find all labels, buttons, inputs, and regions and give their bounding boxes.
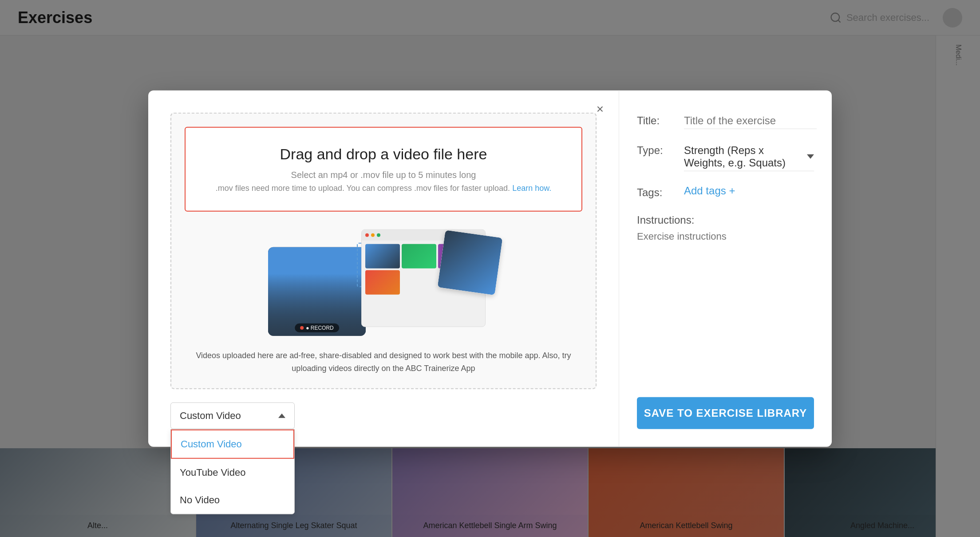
phone-mockup: ● RECORD	[268, 247, 366, 336]
drop-zone[interactable]: Drag and drop a video file here Select a…	[185, 127, 582, 212]
drop-subtitle: Select an mp4 or .mov file up to 5 minut…	[199, 170, 568, 180]
thumb-4	[365, 270, 400, 295]
dropdown-label: Custom Video	[180, 410, 241, 421]
instructions-label: Instructions:	[637, 212, 814, 226]
upload-area[interactable]: Drag and drop a video file here Select a…	[170, 113, 597, 389]
title-label: Title:	[637, 113, 677, 127]
floating-video-thumb	[438, 230, 503, 295]
modal-left-panel: × Drag and drop a video file here Select…	[148, 91, 619, 447]
drop-title: Drag and drop a video file here	[199, 146, 568, 163]
tags-row: Tags: Add tags +	[637, 185, 814, 199]
record-dot	[300, 326, 304, 330]
tags-label: Tags:	[637, 185, 677, 199]
add-tags-button[interactable]: Add tags +	[684, 185, 814, 197]
thumb-1	[365, 244, 400, 268]
title-row: Title:	[637, 113, 814, 129]
record-badge: ● RECORD	[295, 324, 339, 332]
type-chevron-icon	[807, 154, 814, 159]
upload-footer: Videos uploaded here are ad-free, share-…	[185, 349, 582, 375]
learn-how-link[interactable]: Learn how.	[512, 184, 551, 193]
instructions-textarea[interactable]	[637, 231, 814, 320]
browser-dot-red	[365, 233, 369, 237]
title-input[interactable]	[684, 113, 817, 129]
drop-note: .mov files need more time to upload. You…	[199, 184, 568, 193]
type-row: Type: Strength (Reps x Weights, e.g. Squ…	[637, 142, 814, 171]
dropdown-menu: Custom Video YouTube Video No Video	[170, 429, 295, 514]
browser-dot-yellow	[371, 233, 375, 237]
type-select[interactable]: Strength (Reps x Weights, e.g. Squats)	[684, 142, 814, 171]
dropdown-item-no-video[interactable]: No Video	[171, 486, 294, 513]
dropdown-item-custom-video[interactable]: Custom Video	[171, 429, 294, 458]
dropdown-item-youtube[interactable]: YouTube Video	[171, 458, 294, 486]
type-value: Strength (Reps x Weights, e.g. Squats)	[684, 144, 803, 169]
video-illustration: ● RECORD ↻	[185, 225, 582, 340]
dropdown-trigger[interactable]: Custom Video	[170, 402, 295, 429]
browser-dot-green	[377, 233, 380, 237]
chevron-up-icon	[278, 413, 285, 418]
illustration-container: ● RECORD ↻	[268, 229, 499, 336]
modal-dialog: × Drag and drop a video file here Select…	[148, 91, 832, 447]
close-button[interactable]: ×	[590, 99, 610, 119]
video-type-dropdown-container: Custom Video Custom Video YouTube Video …	[170, 402, 597, 429]
type-label: Type:	[637, 142, 677, 157]
modal-right-panel: Title: Type: Strength (Reps x Weights, e…	[619, 91, 832, 447]
save-to-library-button[interactable]: SAVE TO EXERCISE LIBRARY	[637, 397, 814, 429]
instructions-block: Instructions:	[637, 212, 814, 320]
thumb-2	[402, 244, 436, 268]
